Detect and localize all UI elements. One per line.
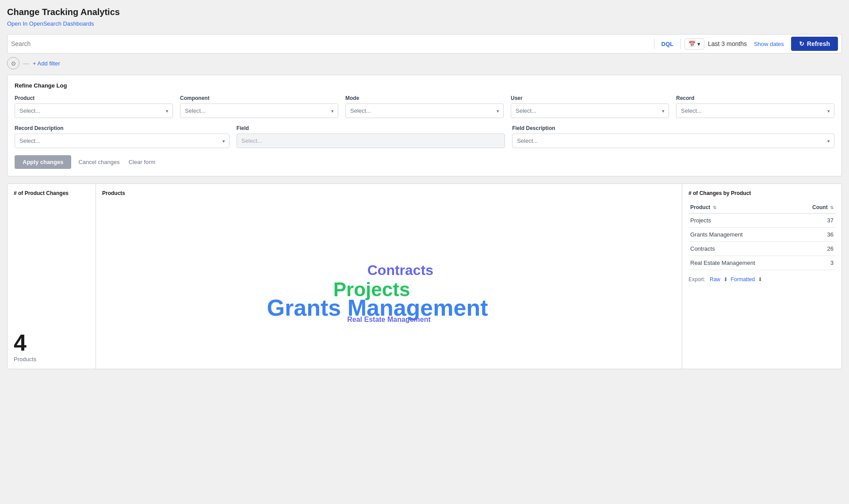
- date-range-section: 📅 ▾ Last 3 months: [685, 38, 747, 50]
- product-cell: Grants Management: [688, 228, 796, 242]
- refresh-label: Refresh: [807, 40, 830, 47]
- mode-group: Mode Select... ▾: [345, 95, 504, 118]
- user-label: User: [511, 95, 669, 101]
- export-row: Export: Raw ⬇ Formatted ⬇: [688, 276, 835, 283]
- product-cell: Real Estate Management: [688, 256, 796, 270]
- component-group: Component Select... ▾: [180, 95, 338, 118]
- export-formatted-link[interactable]: Formatted: [730, 276, 755, 283]
- filter-icon-button[interactable]: ⊙: [7, 57, 19, 69]
- products-panel-title: Products: [102, 190, 676, 196]
- record-desc-label: Record Description: [15, 125, 229, 131]
- col-product[interactable]: Product ⇅: [688, 202, 796, 214]
- filter-dash: —: [23, 60, 29, 67]
- calendar-button[interactable]: 📅 ▾: [685, 38, 704, 50]
- record-label: Record: [676, 95, 834, 101]
- mode-select-wrapper: Select... ▾: [345, 103, 504, 118]
- component-label: Component: [180, 95, 338, 101]
- field-desc-select[interactable]: Select...: [512, 134, 834, 148]
- table-row: Projects37: [688, 214, 835, 228]
- user-group: User Select... ▾: [511, 95, 669, 118]
- date-range-label: Last 3 months: [708, 40, 747, 47]
- product-count-label: Products: [14, 356, 89, 363]
- apply-changes-button[interactable]: Apply changes: [15, 155, 71, 169]
- component-select-wrapper: Select... ▾: [180, 103, 338, 118]
- page-title: Change Tracking Analytics: [7, 7, 842, 17]
- col-count[interactable]: Count ⇅: [796, 202, 835, 214]
- open-in-opensearch-link[interactable]: Open In OpenSearch Dashboards: [7, 20, 94, 27]
- refine-panel-title: Refine Change Log: [15, 82, 834, 89]
- user-select[interactable]: Select...: [511, 103, 669, 118]
- count-cell: 36: [796, 228, 835, 242]
- export-label: Export:: [688, 276, 705, 283]
- product-count: 4: [14, 331, 89, 354]
- field-select-wrapper: Select...: [237, 134, 505, 148]
- refine-row-2: Record Description Select... ▾ Field Sel…: [15, 125, 834, 148]
- field-desc-label: Field Description: [512, 125, 834, 131]
- product-cell: Contracts: [688, 242, 796, 256]
- word-cloud-word: Real Estate Management: [347, 316, 431, 324]
- field-label: Field: [237, 125, 505, 131]
- product-changes-title: # of Product Changes: [14, 190, 89, 196]
- dql-button[interactable]: DQL: [658, 39, 677, 49]
- product-select[interactable]: Select...: [15, 103, 173, 118]
- charts-section: # of Product Changes 4 Products Products…: [7, 183, 842, 369]
- filter-row: ⊙ — + Add filter: [7, 57, 842, 69]
- record-select-wrapper: Select... ▾: [676, 103, 834, 118]
- field-desc-select-wrapper: Select... ▾: [512, 134, 834, 148]
- product-group: Product Select... ▾: [15, 95, 173, 118]
- changes-by-product-title: # of Changes by Product: [688, 190, 835, 196]
- field-select[interactable]: Select...: [237, 134, 505, 148]
- refresh-button[interactable]: ↻ Refresh: [791, 37, 838, 51]
- refine-row-1: Product Select... ▾ Component Select... …: [15, 95, 834, 118]
- record-select[interactable]: Select...: [676, 103, 834, 118]
- product-changes-panel: # of Product Changes 4 Products: [8, 184, 96, 369]
- record-desc-group: Record Description Select... ▾: [15, 125, 229, 148]
- count-cell: 3: [796, 256, 835, 270]
- count-cell: 37: [796, 214, 835, 228]
- divider: [654, 38, 654, 49]
- clear-form-button[interactable]: Clear form: [127, 155, 157, 169]
- table-row: Real Estate Management3: [688, 256, 835, 270]
- record-group: Record Select... ▾: [676, 95, 834, 118]
- field-desc-group: Field Description Select... ▾: [512, 125, 834, 148]
- sort-icon: ⇅: [830, 205, 834, 210]
- search-bar: DQL 📅 ▾ Last 3 months Show dates ↻ Refre…: [7, 34, 842, 53]
- table-row: Grants Management36: [688, 228, 835, 242]
- refresh-icon: ↻: [799, 40, 804, 47]
- cancel-changes-button[interactable]: Cancel changes: [76, 155, 121, 169]
- count-cell: 26: [796, 242, 835, 256]
- chevron-down-icon: ▾: [697, 41, 700, 47]
- component-select[interactable]: Select...: [180, 103, 338, 118]
- filter-icon: ⊙: [11, 60, 16, 67]
- product-select-wrapper: Select... ▾: [15, 103, 173, 118]
- mode-label: Mode: [345, 95, 504, 101]
- mode-select[interactable]: Select...: [345, 103, 504, 118]
- refine-panel: Refine Change Log Product Select... ▾ Co…: [7, 75, 842, 176]
- divider: [681, 38, 681, 49]
- search-input[interactable]: [11, 40, 650, 47]
- add-filter-button[interactable]: + Add filter: [33, 60, 60, 67]
- product-cell: Projects: [688, 214, 796, 228]
- changes-by-product-panel: # of Changes by Product Product ⇅ Count …: [682, 184, 841, 369]
- show-dates-button[interactable]: Show dates: [750, 39, 788, 49]
- products-panel: Products ContractsProjectsGrants Managem…: [96, 184, 682, 369]
- sort-icon: ⇅: [713, 205, 716, 210]
- calendar-icon: 📅: [688, 41, 696, 47]
- record-desc-select-wrapper: Select... ▾: [15, 134, 229, 148]
- record-desc-select[interactable]: Select...: [15, 134, 229, 148]
- table-row: Contracts26: [688, 242, 835, 256]
- field-group: Field Select...: [237, 125, 505, 148]
- changes-table: Product ⇅ Count ⇅ Projects37Grants Manag…: [688, 202, 835, 270]
- word-cloud: ContractsProjectsGrants ManagementReal E…: [102, 201, 676, 363]
- export-raw-link[interactable]: Raw: [710, 276, 720, 283]
- user-select-wrapper: Select... ▾: [511, 103, 669, 118]
- product-label: Product: [15, 95, 173, 101]
- action-row: Apply changes Cancel changes Clear form: [15, 155, 834, 169]
- word-cloud-word: Contracts: [367, 262, 433, 279]
